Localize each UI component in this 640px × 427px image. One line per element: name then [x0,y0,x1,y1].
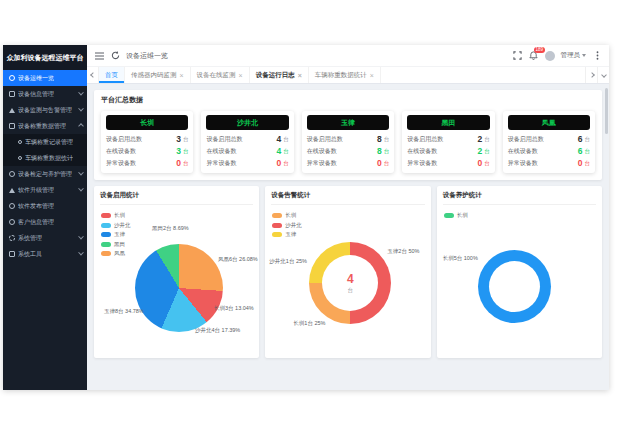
pie-label: 长圳3台 13.04% [214,305,254,312]
chevron-down-icon [601,72,607,78]
chevron-left-icon [90,72,96,78]
legend-swatch [101,213,111,218]
user-icon [9,219,15,225]
sidebar-item-customer-info[interactable]: 客户信息管理 [3,214,87,230]
fullscreen-icon[interactable] [513,51,523,61]
chart-title: 设备告警统计 [271,191,424,205]
abnormal-count: 0 [377,158,382,168]
tab-home[interactable]: 首页 [99,67,125,83]
sidebar-item-device-overview[interactable]: 设备运维一览 [3,70,87,86]
tab-vehicle-weigh-stats[interactable]: 车辆称重数据统计 × [309,67,381,83]
chevron-down-icon [78,234,84,240]
sidebar-item-vehicle-weigh-records[interactable]: 车辆称重记录管理 [3,134,87,150]
pie-label: 沙井北4台 17.39% [195,327,240,334]
release-icon [9,203,15,209]
chevron-up-icon [78,123,84,129]
station-name: 长圳 [106,115,188,130]
pie-label: 沙井北1台 25% [269,258,307,265]
sidebar-item-system-management[interactable]: 系统管理 [3,230,87,246]
sidebar-item-calibration-maintenance[interactable]: 设备检定与养护管理 [3,166,87,182]
total-count: 2 [477,134,482,144]
tabs-dropdown[interactable] [597,67,609,83]
sidebar-item-device-info[interactable]: 设备信息管理 [3,86,87,102]
tab-device-run-log[interactable]: 设备运行日志 × [250,67,309,83]
pie-label: 长圳1台 25% [293,320,325,327]
circle-icon [18,156,22,160]
user-menu[interactable]: 管理员 [561,51,587,60]
tab-device-online-monitor[interactable]: 设备在线监测 × [191,67,250,83]
sidebar-item-system-tools[interactable]: 系统工具 [3,246,87,262]
pie-label: 玉律8台 34.78% [104,308,144,315]
sidebar-item-software-upgrade[interactable]: 软件升级管理 [3,182,87,198]
chevron-down-icon [78,186,84,192]
tabs-bar: 首页 传感器内码监测 × 设备在线监测 × 设备运行日志 × 车辆称重数据统计 … [87,66,609,84]
avatar[interactable] [545,51,555,61]
app-title: 众加利设备远程运维平台 [3,45,87,70]
tabs-scroll-right[interactable] [585,67,597,83]
top-navbar: 设备运维一览 189 管理员 [87,45,609,66]
summary-title: 平台汇总数据 [101,95,595,105]
station-name: 凤凰 [508,115,590,130]
legend-swatch [101,232,111,237]
legend-swatch [272,223,282,228]
notification-bell-icon[interactable]: 189 [529,51,539,61]
close-icon[interactable]: × [180,72,184,79]
refresh-icon[interactable] [110,51,120,61]
pie-chart [135,244,223,332]
sidebar: 众加利设备远程运维平台 设备运维一览 设备信息管理 设备监测与告警管理 设备称重… [3,45,87,390]
circle-icon [18,140,22,144]
close-icon[interactable]: × [298,72,302,79]
close-icon[interactable]: × [370,72,374,79]
notification-badge: 189 [534,47,546,53]
abnormal-count: 0 [176,158,181,168]
total-count: 8 [377,134,382,144]
sidebar-item-software-release[interactable]: 软件发布管理 [3,198,87,214]
close-icon[interactable]: × [239,72,243,79]
chart-legend: 长圳 [444,212,468,219]
legend-swatch [444,213,454,218]
abnormal-count: 0 [578,158,583,168]
sidebar-item-monitor-alarm[interactable]: 设备监测与告警管理 [3,102,87,118]
more-options-icon[interactable] [592,51,602,61]
legend-swatch [272,232,282,237]
online-count: 8 [377,146,382,156]
tab-sensor-code-monitor[interactable]: 传感器内码监测 × [125,67,191,83]
pie-label: 黑田2台 8.69% [152,225,189,232]
tabs-scroll-left[interactable] [87,67,99,83]
scale-icon [9,123,15,129]
device-alarm-chart-card: 设备告警统计 长圳 沙井北 玉律 4 台 玉律2台 50% 沙井北1台 25% … [265,186,430,358]
breadcrumb: 设备运维一览 [126,51,168,61]
target-icon [9,171,15,177]
content-area: 平台汇总数据 长圳 设备启用总数3台 在线设备数3台 异常设备数0台 沙井北 设… [87,84,609,390]
pie-label: 玉律2台 50% [387,248,419,255]
chart-title: 设备养护统计 [443,191,596,205]
online-count: 2 [477,146,482,156]
chart-title: 设备启用统计 [100,191,253,205]
device-maintenance-chart-card: 设备养护统计 长圳 长圳5台 100% [437,186,602,358]
chevron-down-icon [78,90,84,96]
station-card: 沙井北 设备启用总数4台 在线设备数4台 异常设备数0台 [201,111,293,173]
online-count: 4 [277,146,282,156]
pie-label: 凤凰6台 26.08% [218,256,258,263]
station-name: 玉律 [307,115,389,130]
online-count: 6 [578,146,583,156]
sidebar-item-vehicle-weigh-stats[interactable]: 车辆称重数据统计 [3,150,87,166]
platform-summary-panel: 平台汇总数据 长圳 设备启用总数3台 在线设备数3台 异常设备数0台 沙井北 设… [94,90,602,180]
sidebar-item-weighing-data[interactable]: 设备称重数据管理 [3,118,87,134]
pie-label: 长圳5台 100% [443,255,478,262]
chevron-right-icon [589,72,595,78]
charts-row: 设备启用统计 长圳 沙井北 玉律 黑田 凤凰 黑田2台 8.69% 凤凰6台 2… [94,186,602,358]
scrollbar-thumb[interactable] [605,88,608,134]
tools-icon [9,251,15,257]
monitor-icon [9,75,15,81]
collapse-sidebar-icon[interactable] [94,51,104,61]
device-enable-chart-card: 设备启用统计 长圳 沙井北 玉律 黑田 凤凰 黑田2台 8.69% 凤凰6台 2… [94,186,259,358]
donut-center: 4 台 [309,242,391,324]
caret-down-icon [582,54,586,57]
upgrade-icon [9,188,15,193]
legend-swatch [101,242,111,247]
station-card: 玉律 设备启用总数8台 在线设备数8台 异常设备数0台 [302,111,394,173]
station-card: 黑田 设备启用总数2台 在线设备数2台 异常设备数0台 [402,111,494,173]
donut-chart [478,250,551,323]
chevron-down-icon [78,250,84,256]
